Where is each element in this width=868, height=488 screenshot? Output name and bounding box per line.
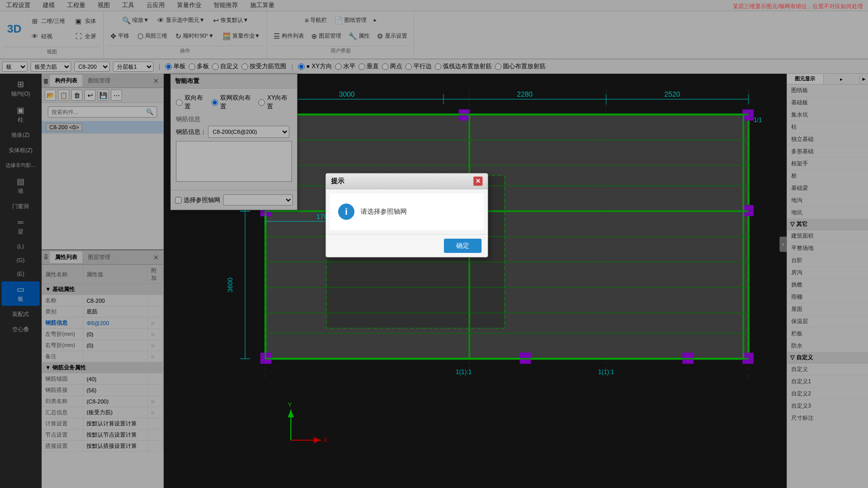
- modal-ok-button[interactable]: 确定: [444, 239, 482, 253]
- modal-info-icon: i: [338, 204, 354, 220]
- modal-titlebar: 提示 ✕: [326, 174, 488, 189]
- error-message: 某层三维显示图元/轴网有错位，位置不对应如何处理: [733, 3, 863, 10]
- modal-title: 提示: [331, 177, 344, 186]
- modal-dialog: 提示 ✕ i 请选择参照轴网 确定: [325, 173, 488, 257]
- modal-message: 请选择参照轴网: [361, 207, 407, 216]
- modal-overlay: 提示 ✕ i 请选择参照轴网 确定: [0, 0, 868, 488]
- modal-body: i 请选择参照轴网: [330, 193, 484, 230]
- modal-close-button[interactable]: ✕: [473, 177, 483, 186]
- modal-footer: 确定: [326, 234, 488, 257]
